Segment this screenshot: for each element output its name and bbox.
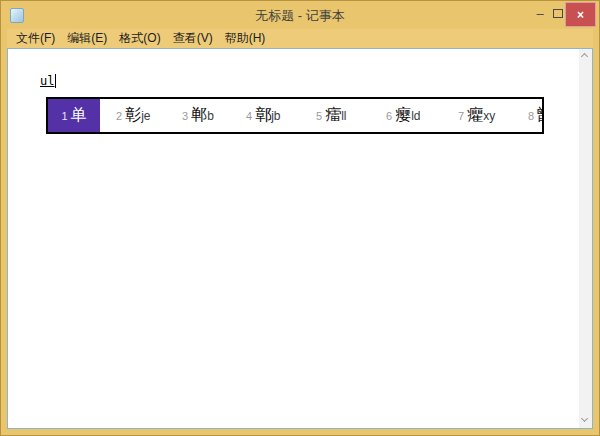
menu-view[interactable]: 查看(V) (167, 28, 219, 49)
ime-candidate-4[interactable]: 4 鄣 jb (238, 99, 308, 132)
text-area[interactable]: ul 1 单 2 彰 je 3 郸 b 4 鄣 jb (7, 48, 593, 429)
text-caret (55, 74, 56, 88)
candidate-code: jb (271, 109, 280, 123)
candidate-code: ll (341, 109, 346, 123)
candidate-number: 5 (316, 110, 322, 122)
candidate-number: 3 (182, 110, 188, 122)
ime-composition-row: ul (40, 73, 56, 89)
candidate-character: 单 (71, 105, 87, 126)
candidate-code: b (207, 109, 214, 123)
candidate-code: je (141, 109, 150, 123)
ime-candidate-2[interactable]: 2 彰 je (108, 99, 174, 132)
notepad-window: 无标题 - 记事本 – × 文件(F) 编辑(E) 格式(O) 查看(V) 帮助… (0, 0, 600, 436)
candidate-code: ld (411, 109, 420, 123)
minimize-button[interactable]: – (533, 4, 547, 22)
candidate-character: 癯 (467, 105, 483, 126)
window-title: 无标题 - 记事本 (1, 7, 599, 25)
candidate-number: 6 (386, 110, 392, 122)
candidate-character: 鄣 (255, 105, 271, 126)
candidate-number: 2 (116, 110, 122, 122)
ime-candidate-6[interactable]: 6 瘿 ld (378, 99, 450, 132)
chevron-up-icon[interactable] (582, 54, 589, 61)
chevron-down-icon[interactable] (582, 416, 589, 423)
ime-candidate-8[interactable]: 8 鄫 j (520, 99, 544, 132)
ime-candidate-7[interactable]: 7 癯 xy (450, 99, 520, 132)
titlebar[interactable]: 无标题 - 记事本 – × (1, 1, 599, 29)
maximize-button[interactable] (553, 9, 563, 18)
candidate-character: 彰 (125, 105, 141, 126)
ime-candidate-window: 1 单 2 彰 je 3 郸 b 4 鄣 jb 5 癗 ll (46, 97, 544, 134)
menu-bar: 文件(F) 编辑(E) 格式(O) 查看(V) 帮助(H) (7, 29, 593, 48)
candidate-character: 癗 (325, 105, 341, 126)
close-button[interactable]: × (565, 2, 596, 27)
menu-help[interactable]: 帮助(H) (219, 28, 272, 49)
candidate-character: 鄫 (537, 105, 544, 126)
ime-candidate-3[interactable]: 3 郸 b (174, 99, 238, 132)
ime-candidate-1[interactable]: 1 单 (48, 99, 100, 132)
ime-candidate-5[interactable]: 5 癗 ll (308, 99, 378, 132)
candidate-number: 1 (61, 110, 67, 122)
menu-edit[interactable]: 编辑(E) (61, 28, 113, 49)
menu-format[interactable]: 格式(O) (113, 28, 166, 49)
menu-file[interactable]: 文件(F) (10, 28, 61, 49)
candidate-number: 8 (528, 110, 534, 122)
candidate-code: xy (483, 109, 495, 123)
candidate-number: 7 (458, 110, 464, 122)
vertical-scrollbar[interactable] (579, 49, 592, 428)
candidate-character: 瘿 (395, 105, 411, 126)
candidate-number: 4 (246, 110, 252, 122)
ime-composition-text: ul (40, 74, 54, 88)
candidate-character: 郸 (191, 105, 207, 126)
